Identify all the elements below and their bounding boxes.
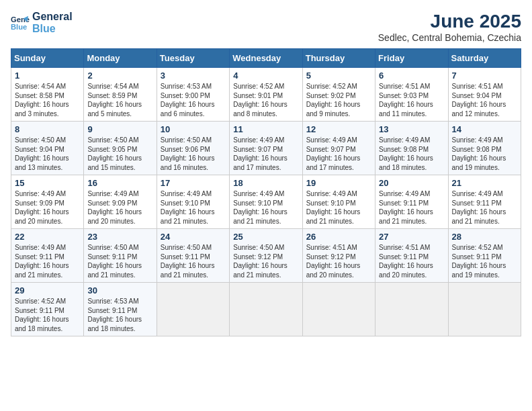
day-number: 11 [233, 124, 298, 134]
day-info: Sunrise: 4:51 AM Sunset: 9:03 PM Dayligh… [379, 82, 444, 118]
day-number: 18 [233, 178, 298, 188]
day-info: Sunrise: 4:52 AM Sunset: 9:02 PM Dayligh… [306, 82, 371, 118]
logo-blue: Blue [32, 23, 73, 35]
day-number: 24 [161, 232, 226, 242]
day-info: Sunrise: 4:49 AM Sunset: 9:10 PM Dayligh… [306, 189, 371, 226]
calendar-week-row: 15Sunrise: 4:49 AM Sunset: 9:09 PM Dayli… [11, 175, 521, 229]
subtitle: Sedlec, Central Bohemia, Czechia [378, 32, 521, 43]
title-area: June 2025 Sedlec, Central Bohemia, Czech… [378, 11, 521, 43]
day-info: Sunrise: 4:49 AM Sunset: 9:11 PM Dayligh… [15, 243, 80, 279]
svg-text:Blue: Blue [11, 23, 27, 31]
day-info: Sunrise: 4:49 AM Sunset: 9:09 PM Dayligh… [15, 189, 80, 226]
calendar-week-row: 8Sunrise: 4:50 AM Sunset: 9:04 PM Daylig… [11, 122, 521, 175]
weekday-header-thursday: Thursday [302, 49, 375, 68]
main-title: June 2025 [378, 11, 521, 32]
day-number: 30 [87, 285, 152, 295]
logo-general: General [32, 11, 73, 23]
header: General Blue General Blue June 2025 Sedl… [11, 11, 521, 43]
day-number: 4 [233, 71, 298, 81]
day-number: 9 [87, 124, 152, 134]
day-info: Sunrise: 4:51 AM Sunset: 9:11 PM Dayligh… [379, 243, 444, 279]
table-row: 26Sunrise: 4:51 AM Sunset: 9:12 PM Dayli… [302, 229, 375, 283]
day-number: 6 [379, 71, 444, 81]
weekday-header-saturday: Saturday [448, 49, 521, 68]
table-row: 3Sunrise: 4:53 AM Sunset: 9:00 PM Daylig… [157, 68, 229, 122]
table-row [448, 283, 521, 336]
calendar-header-row: SundayMondayTuesdayWednesdayThursdayFrid… [11, 49, 521, 68]
table-row: 7Sunrise: 4:51 AM Sunset: 9:04 PM Daylig… [448, 68, 521, 122]
day-info: Sunrise: 4:51 AM Sunset: 9:12 PM Dayligh… [306, 243, 371, 279]
logo-icon: General Blue [11, 13, 30, 32]
table-row: 22Sunrise: 4:49 AM Sunset: 9:11 PM Dayli… [11, 229, 84, 283]
day-info: Sunrise: 4:54 AM Sunset: 8:58 PM Dayligh… [15, 82, 80, 118]
table-row: 10Sunrise: 4:50 AM Sunset: 9:06 PM Dayli… [157, 122, 229, 175]
day-number: 23 [87, 232, 152, 242]
weekday-header-monday: Monday [84, 49, 157, 68]
day-info: Sunrise: 4:49 AM Sunset: 9:11 PM Dayligh… [379, 189, 444, 226]
day-number: 2 [87, 71, 152, 81]
day-info: Sunrise: 4:50 AM Sunset: 9:05 PM Dayligh… [87, 136, 152, 172]
table-row [375, 283, 448, 336]
day-info: Sunrise: 4:53 AM Sunset: 9:00 PM Dayligh… [161, 82, 226, 118]
day-number: 5 [306, 71, 371, 81]
day-info: Sunrise: 4:50 AM Sunset: 9:06 PM Dayligh… [161, 136, 226, 172]
day-info: Sunrise: 4:52 AM Sunset: 9:11 PM Dayligh… [452, 243, 517, 279]
table-row: 24Sunrise: 4:50 AM Sunset: 9:11 PM Dayli… [157, 229, 229, 283]
day-number: 29 [15, 285, 80, 295]
day-number: 13 [379, 124, 444, 134]
day-info: Sunrise: 4:49 AM Sunset: 9:11 PM Dayligh… [452, 189, 517, 226]
day-number: 17 [161, 178, 226, 188]
day-number: 10 [161, 124, 226, 134]
table-row: 1Sunrise: 4:54 AM Sunset: 8:58 PM Daylig… [11, 68, 84, 122]
day-info: Sunrise: 4:50 AM Sunset: 9:12 PM Dayligh… [233, 243, 298, 279]
table-row: 13Sunrise: 4:49 AM Sunset: 9:08 PM Dayli… [375, 122, 448, 175]
table-row: 25Sunrise: 4:50 AM Sunset: 9:12 PM Dayli… [230, 229, 302, 283]
day-info: Sunrise: 4:50 AM Sunset: 9:11 PM Dayligh… [161, 243, 226, 279]
calendar-week-row: 22Sunrise: 4:49 AM Sunset: 9:11 PM Dayli… [11, 229, 521, 283]
table-row: 23Sunrise: 4:50 AM Sunset: 9:11 PM Dayli… [84, 229, 157, 283]
day-info: Sunrise: 4:49 AM Sunset: 9:08 PM Dayligh… [452, 136, 517, 172]
day-number: 8 [15, 124, 80, 134]
day-number: 19 [306, 178, 371, 188]
table-row: 9Sunrise: 4:50 AM Sunset: 9:05 PM Daylig… [84, 122, 157, 175]
weekday-header-tuesday: Tuesday [157, 49, 229, 68]
table-row: 8Sunrise: 4:50 AM Sunset: 9:04 PM Daylig… [11, 122, 84, 175]
table-row: 30Sunrise: 4:53 AM Sunset: 9:11 PM Dayli… [84, 283, 157, 336]
day-number: 15 [15, 178, 80, 188]
day-info: Sunrise: 4:49 AM Sunset: 9:10 PM Dayligh… [161, 189, 226, 226]
table-row: 6Sunrise: 4:51 AM Sunset: 9:03 PM Daylig… [375, 68, 448, 122]
table-row: 28Sunrise: 4:52 AM Sunset: 9:11 PM Dayli… [448, 229, 521, 283]
day-number: 20 [379, 178, 444, 188]
day-info: Sunrise: 4:52 AM Sunset: 9:01 PM Dayligh… [233, 82, 298, 118]
table-row: 18Sunrise: 4:49 AM Sunset: 9:10 PM Dayli… [230, 175, 302, 229]
day-number: 3 [161, 71, 226, 81]
weekday-header-wednesday: Wednesday [230, 49, 302, 68]
day-info: Sunrise: 4:53 AM Sunset: 9:11 PM Dayligh… [87, 297, 152, 333]
table-row: 2Sunrise: 4:54 AM Sunset: 8:59 PM Daylig… [84, 68, 157, 122]
day-info: Sunrise: 4:49 AM Sunset: 9:10 PM Dayligh… [233, 189, 298, 226]
day-number: 7 [452, 71, 517, 81]
day-info: Sunrise: 4:52 AM Sunset: 9:11 PM Dayligh… [15, 297, 80, 333]
table-row: 19Sunrise: 4:49 AM Sunset: 9:10 PM Dayli… [302, 175, 375, 229]
day-info: Sunrise: 4:54 AM Sunset: 8:59 PM Dayligh… [87, 82, 152, 118]
table-row: 29Sunrise: 4:52 AM Sunset: 9:11 PM Dayli… [11, 283, 84, 336]
day-number: 12 [306, 124, 371, 134]
calendar-week-row: 1Sunrise: 4:54 AM Sunset: 8:58 PM Daylig… [11, 68, 521, 122]
table-row: 16Sunrise: 4:49 AM Sunset: 9:09 PM Dayli… [84, 175, 157, 229]
day-info: Sunrise: 4:49 AM Sunset: 9:09 PM Dayligh… [87, 189, 152, 226]
table-row: 11Sunrise: 4:49 AM Sunset: 9:07 PM Dayli… [230, 122, 302, 175]
day-info: Sunrise: 4:49 AM Sunset: 9:07 PM Dayligh… [306, 136, 371, 172]
day-number: 1 [15, 71, 80, 81]
table-row: 17Sunrise: 4:49 AM Sunset: 9:10 PM Dayli… [157, 175, 229, 229]
table-row [230, 283, 302, 336]
day-number: 21 [452, 178, 517, 188]
table-row [302, 283, 375, 336]
weekday-header-friday: Friday [375, 49, 448, 68]
table-row: 27Sunrise: 4:51 AM Sunset: 9:11 PM Dayli… [375, 229, 448, 283]
day-info: Sunrise: 4:50 AM Sunset: 9:11 PM Dayligh… [87, 243, 152, 279]
table-row: 5Sunrise: 4:52 AM Sunset: 9:02 PM Daylig… [302, 68, 375, 122]
table-row: 4Sunrise: 4:52 AM Sunset: 9:01 PM Daylig… [230, 68, 302, 122]
day-number: 27 [379, 232, 444, 242]
table-row: 14Sunrise: 4:49 AM Sunset: 9:08 PM Dayli… [448, 122, 521, 175]
logo: General Blue General Blue [11, 11, 73, 34]
